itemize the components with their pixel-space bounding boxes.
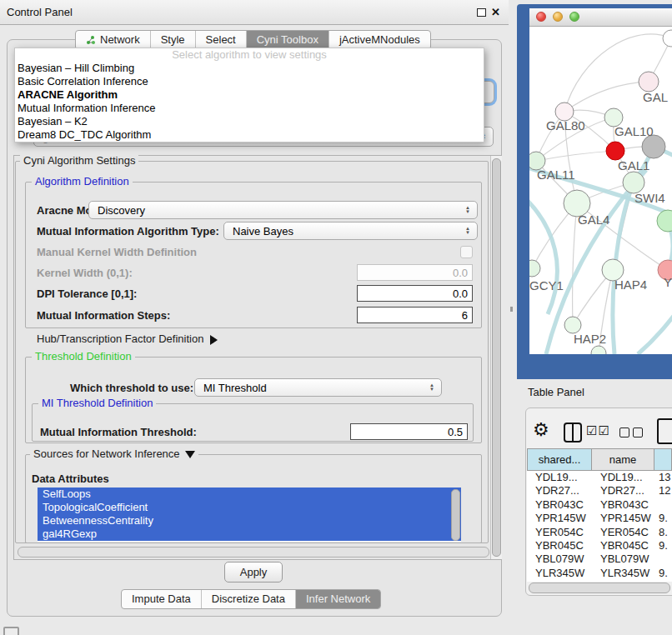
- settings-vertical-scrollbar-thumb[interactable]: [492, 158, 501, 557]
- table-cell[interactable]: YLR345W: [592, 567, 654, 580]
- data-attribute-item[interactable]: gal4RGexp: [38, 528, 461, 541]
- dpi-tolerance-field[interactable]: [357, 285, 473, 302]
- network-edge[interactable]: [564, 82, 649, 112]
- tab-discretize-data[interactable]: Discretize Data: [201, 590, 295, 608]
- tab-infer-network[interactable]: Infer Network: [295, 590, 380, 608]
- network-node-hap2[interactable]: [564, 317, 581, 333]
- table-cell[interactable]: YDR27...: [527, 484, 592, 498]
- select-all-checks-icon[interactable]: ☑☑: [586, 423, 610, 438]
- table-cell[interactable]: YBR045C: [592, 539, 654, 552]
- algorithm-option[interactable]: Bayesian – Hill Climbing: [15, 62, 484, 75]
- table-row[interactable]: YBR043CYBR043C: [527, 498, 672, 512]
- network-node[interactable]: [642, 135, 665, 158]
- network-node[interactable]: [663, 30, 672, 47]
- network-edge[interactable]: [573, 203, 577, 325]
- table-row[interactable]: YIL052CYIL052C9.: [527, 580, 672, 582]
- deselect-all-icon[interactable]: [619, 428, 629, 438]
- attributes-list-scrollbar[interactable]: [451, 489, 460, 541]
- table-cell[interactable]: [654, 552, 672, 566]
- minimized-panel-icon[interactable]: [3, 627, 19, 635]
- kernel-width-field[interactable]: [357, 264, 473, 281]
- apply-button[interactable]: Apply: [224, 562, 283, 582]
- mi-type-combo[interactable]: Naive Bayes ▲▼: [223, 222, 478, 240]
- mi-steps-field[interactable]: [357, 307, 473, 323]
- table-cell[interactable]: YIL052C: [527, 580, 592, 582]
- column-header-partial[interactable]: [654, 448, 672, 471]
- mi-threshold-field[interactable]: [350, 423, 468, 440]
- table-cell[interactable]: 13: [654, 471, 672, 484]
- network-view-window[interactable]: GALGAL80GAL10GAL1GAL11SWI4GAL4GCY1HAP4YH…: [529, 8, 672, 354]
- table-cell[interactable]: 8.: [654, 526, 672, 539]
- sources-group-title[interactable]: Sources for Network Inference: [30, 448, 198, 460]
- network-node-gcy1[interactable]: [529, 260, 540, 277]
- table-cell[interactable]: YDL19...: [527, 471, 592, 484]
- table-cell[interactable]: YBL079W: [527, 552, 592, 566]
- tab-network[interactable]: Network: [76, 31, 150, 49]
- algorithm-option[interactable]: Mutual Information Inference: [15, 102, 484, 115]
- table-body[interactable]: YDL19...YDL19...13YDR27...YDR27...12YBR0…: [527, 471, 672, 582]
- float-panel-icon[interactable]: [477, 8, 486, 17]
- tab-impute-data[interactable]: Impute Data: [122, 590, 201, 608]
- table-cell[interactable]: 9.: [654, 580, 672, 582]
- table-cell[interactable]: 9.: [654, 539, 672, 552]
- algorithm-option[interactable]: Bayesian – K2: [15, 115, 484, 128]
- network-graph-canvas[interactable]: GALGAL80GAL10GAL1GAL11SWI4GAL4GCY1HAP4YH…: [529, 27, 672, 354]
- table-row[interactable]: YDR27...YDR27...12: [527, 484, 672, 498]
- network-node-gal[interactable]: [639, 72, 659, 92]
- hub-definition-toggle[interactable]: Hub/Transcription Factor Definition: [37, 332, 218, 345]
- close-window-icon[interactable]: [536, 12, 546, 22]
- aracne-mode-combo[interactable]: Discovery ▲▼: [88, 201, 478, 219]
- network-node[interactable]: [657, 210, 672, 232]
- network-edge-strong[interactable]: [638, 308, 672, 354]
- settings-horizontal-scrollbar[interactable]: [18, 547, 489, 558]
- tab-cyni-toolbox[interactable]: Cyni Toolbox: [246, 31, 328, 49]
- table-row[interactable]: YPR145WYPR145W9.: [527, 512, 672, 525]
- column-layout-icon[interactable]: [564, 422, 582, 442]
- export-table-icon[interactable]: [657, 418, 672, 444]
- network-node[interactable]: [591, 346, 606, 354]
- close-panel-icon[interactable]: ✕: [491, 6, 500, 18]
- which-threshold-combo[interactable]: MI Threshold ▲▼: [194, 378, 442, 397]
- tab-jactivemnodules[interactable]: jActiveMNodules: [328, 31, 430, 49]
- data-attributes-list[interactable]: SelfLoopsTopologicalCoefficientBetweenne…: [38, 488, 461, 542]
- network-node-gal1[interactable]: [606, 142, 624, 160]
- table-row[interactable]: YLR345WYLR345W9.: [527, 567, 672, 580]
- table-cell[interactable]: 9.: [654, 512, 672, 525]
- data-attribute-item[interactable]: SelfLoops: [38, 488, 461, 501]
- table-cell[interactable]: YER054C: [527, 526, 592, 539]
- table-cell[interactable]: YPR145W: [592, 512, 654, 525]
- column-header-name[interactable]: name: [592, 448, 654, 471]
- table-horizontal-scrollbar[interactable]: [529, 582, 670, 593]
- table-row[interactable]: YBL079WYBL079W: [527, 552, 672, 566]
- algorithm-option[interactable]: ARACNE Algorithm: [15, 88, 484, 102]
- network-edge-strong[interactable]: [529, 198, 557, 314]
- data-attribute-item[interactable]: BetweennessCentrality: [38, 514, 461, 528]
- algorithm-option[interactable]: Dream8 DC_TDC Algorithm: [15, 128, 484, 142]
- gear-icon[interactable]: ⚙: [533, 419, 549, 441]
- tab-select[interactable]: Select: [195, 31, 246, 49]
- table-cell[interactable]: YIL052C: [592, 580, 654, 582]
- deselect-all-icon[interactable]: [633, 428, 643, 438]
- manual-kernel-checkbox[interactable]: [460, 246, 473, 258]
- table-cell[interactable]: [654, 498, 672, 512]
- table-cell[interactable]: YDR27...: [592, 484, 654, 498]
- algorithm-option[interactable]: Basic Correlation Inference: [15, 75, 484, 88]
- panel-splitter-handle[interactable]: [510, 307, 513, 312]
- tab-style[interactable]: Style: [150, 31, 195, 49]
- network-window-titlebar[interactable]: [529, 8, 672, 27]
- column-header-shared-name[interactable]: shared...: [527, 448, 592, 471]
- table-cell[interactable]: YLR345W: [527, 567, 592, 580]
- minimize-window-icon[interactable]: [553, 12, 563, 22]
- table-cell[interactable]: YBR043C: [592, 498, 654, 512]
- table-cell[interactable]: YBL079W: [592, 552, 654, 566]
- table-cell[interactable]: 9.: [654, 567, 672, 580]
- table-row[interactable]: YBR045CYBR045C9.: [527, 539, 672, 552]
- table-cell[interactable]: YBR043C: [527, 498, 592, 512]
- zoom-window-icon[interactable]: [569, 12, 579, 22]
- table-row[interactable]: YDL19...YDL19...13: [527, 471, 672, 484]
- data-attribute-item[interactable]: TopologicalCoefficient: [38, 501, 461, 514]
- table-cell[interactable]: 12: [654, 484, 672, 498]
- table-cell[interactable]: YER054C: [592, 526, 654, 539]
- table-cell[interactable]: YDL19...: [592, 471, 654, 484]
- table-cell[interactable]: YPR145W: [527, 512, 592, 525]
